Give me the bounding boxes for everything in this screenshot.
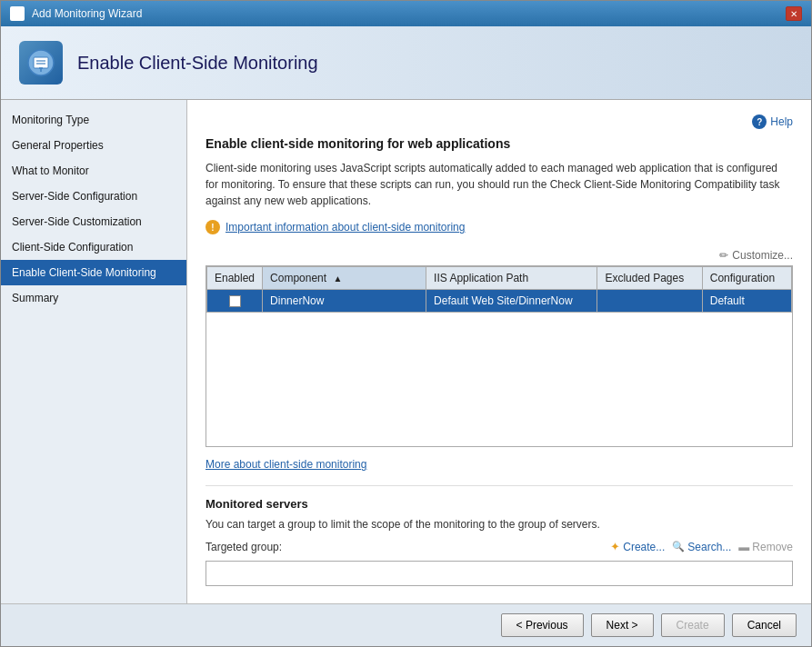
sidebar-item-enable-client-side[interactable]: Enable Client-Side Monitoring xyxy=(1,260,186,285)
description-text: Client-side monitoring uses JavaScript s… xyxy=(206,160,793,209)
remove-button[interactable]: ▬ Remove xyxy=(738,540,793,553)
sidebar: Monitoring Type General Properties What … xyxy=(1,100,187,603)
targeted-group-input[interactable] xyxy=(206,561,793,586)
title-bar-controls: ✕ xyxy=(786,6,802,21)
main-panel: ? Help Enable client-side monitoring for… xyxy=(187,100,811,603)
main-window: Add Monitoring Wizard ✕ Enable Client-Si… xyxy=(0,0,812,647)
col-configuration: Configuration xyxy=(702,267,791,290)
search-label: Search... xyxy=(687,541,731,553)
sidebar-item-general-properties[interactable]: General Properties xyxy=(1,133,186,158)
components-table: Enabled Component ▲ IIS Application Path… xyxy=(206,266,792,313)
title-bar-left: Add Monitoring Wizard xyxy=(10,6,142,21)
sidebar-item-what-to-monitor[interactable]: What to Monitor xyxy=(1,158,186,184)
col-enabled: Enabled xyxy=(207,267,263,290)
sidebar-item-server-side-custom[interactable]: Server-Side Customization xyxy=(1,209,186,234)
col-component-label: Component xyxy=(270,272,326,284)
sidebar-item-summary[interactable]: Summary xyxy=(1,285,186,311)
sidebar-item-client-side-config[interactable]: Client-Side Configuration xyxy=(1,234,186,260)
create-button[interactable]: ✦ Create... xyxy=(610,540,665,553)
footer-bar: < Previous Next > Create Cancel xyxy=(1,603,811,646)
checkbox-icon[interactable] xyxy=(229,295,241,307)
monitored-description: You can target a group to limit the scop… xyxy=(206,518,793,531)
create-footer-button[interactable]: Create xyxy=(661,613,725,637)
section-title: Enable client-side monitoring for web ap… xyxy=(206,136,793,151)
close-button[interactable]: ✕ xyxy=(786,6,802,21)
enabled-cell xyxy=(207,290,263,313)
targeted-group-row: Targeted group: ✦ Create... 🔍 Search... … xyxy=(206,540,793,553)
more-link[interactable]: More about client-side monitoring xyxy=(206,458,793,471)
col-excluded-pages: Excluded Pages xyxy=(597,267,702,290)
content-area: Monitoring Type General Properties What … xyxy=(1,100,811,603)
sidebar-item-monitoring-type[interactable]: Monitoring Type xyxy=(1,107,186,133)
cancel-button[interactable]: Cancel xyxy=(732,613,797,637)
remove-icon: ▬ xyxy=(738,541,749,553)
customize-icon: ✏ xyxy=(719,249,728,262)
search-icon: 🔍 xyxy=(672,541,685,552)
next-button[interactable]: Next > xyxy=(591,613,654,637)
col-component[interactable]: Component ▲ xyxy=(263,267,426,290)
help-label: Help xyxy=(770,115,793,128)
app-icon xyxy=(10,6,25,21)
iis-path-cell: Default Web Site/DinnerNow xyxy=(426,290,597,313)
customize-button[interactable]: ✏ Customize... xyxy=(719,249,793,262)
window-title: Add Monitoring Wizard xyxy=(32,7,142,20)
search-button[interactable]: 🔍 Search... xyxy=(672,540,731,553)
header-title: Enable Client-Side Monitoring xyxy=(77,53,318,74)
targeted-group-label: Targeted group: xyxy=(206,541,296,553)
component-cell: DinnerNow xyxy=(263,290,426,313)
sidebar-item-server-side-config[interactable]: Server-Side Configuration xyxy=(1,184,186,209)
info-link-row: ! Important information about client-sid… xyxy=(206,220,793,234)
col-iis-path: IIS Application Path xyxy=(426,267,597,290)
info-link-text[interactable]: Important information about client-side … xyxy=(226,221,465,234)
remove-label: Remove xyxy=(752,541,793,553)
customize-label: Customize... xyxy=(732,249,793,262)
title-bar: Add Monitoring Wizard ✕ xyxy=(1,1,811,26)
create-label: Create... xyxy=(623,541,665,553)
header-banner: Enable Client-Side Monitoring xyxy=(1,26,811,100)
monitored-servers-section: Monitored servers You can target a group… xyxy=(206,485,793,586)
customize-bar: ✏ Customize... xyxy=(206,249,793,262)
configuration-cell: Default xyxy=(702,290,791,313)
monitored-title: Monitored servers xyxy=(206,497,793,511)
previous-button[interactable]: < Previous xyxy=(501,613,584,637)
info-icon: ! xyxy=(206,220,220,234)
excluded-pages-cell xyxy=(597,290,702,313)
targeted-actions: ✦ Create... 🔍 Search... ▬ Remove xyxy=(610,540,793,553)
help-icon: ? xyxy=(752,114,767,129)
create-icon: ✦ xyxy=(610,540,620,553)
table-row[interactable]: DinnerNow Default Web Site/DinnerNow Def… xyxy=(207,290,792,313)
svg-rect-1 xyxy=(34,57,48,68)
sort-arrow-icon: ▲ xyxy=(333,274,342,284)
table-header-row: Enabled Component ▲ IIS Application Path… xyxy=(207,267,792,290)
help-link[interactable]: ? Help xyxy=(752,114,793,129)
components-table-container: Enabled Component ▲ IIS Application Path… xyxy=(206,265,793,447)
header-icon xyxy=(19,41,63,85)
